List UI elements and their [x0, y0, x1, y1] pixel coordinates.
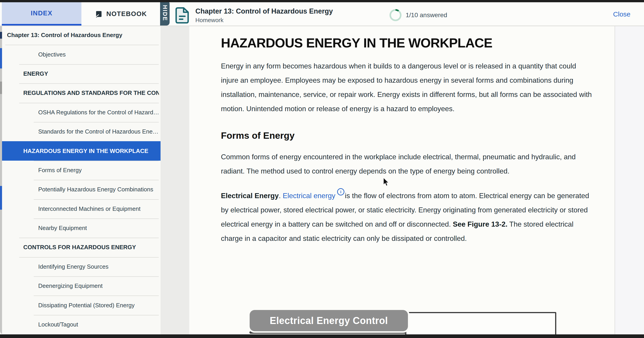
info-icon[interactable]: i [337, 188, 344, 195]
scroll-marker [0, 48, 2, 68]
sidebar-item-label: CONTROLS FOR HAZARDOUS ENERGY [23, 244, 136, 251]
sidebar-item[interactable]: Deenergizing Equipment [2, 276, 160, 296]
index-list: Chapter 13: Control of Hazardous EnergyO… [2, 25, 160, 334]
row-divider [34, 161, 159, 161]
sidebar-scrollbar[interactable] [0, 25, 2, 335]
scroll-marker [0, 81, 2, 94]
row-divider [34, 122, 159, 122]
sidebar-item[interactable]: Forms of Energy [2, 161, 160, 180]
scroll-marker [0, 32, 2, 39]
hide-panel-button[interactable]: HIDE [160, 1, 170, 25]
sidebar-item-label: Potentially Hazardous Energy Combination… [38, 186, 153, 193]
progress-ring [389, 8, 402, 22]
letterbox-top [0, 0, 644, 2]
sidebar-item-label: Chapter 13: Control of Hazardous Energy [7, 32, 122, 39]
header-bar: INDEX NOTEBOOK Chapter 13: Control of Ha… [0, 2, 644, 26]
progress-label: 1/10 answered [406, 11, 447, 19]
sidebar-item-label: Dissipating Potential (Stored) Energy [38, 302, 134, 309]
sidebar-item-label: Interconnected Machines or Equipment [38, 205, 140, 212]
chapter-title: Chapter 13: Control of Hazardous Energy [195, 7, 333, 15]
scroll-marker [0, 186, 2, 210]
row-divider [5, 45, 159, 45]
sidebar-item[interactable]: OSHA Regulations for the Control of Haza… [2, 103, 160, 122]
right-margin-column[interactable] [614, 25, 644, 335]
figure-box [405, 312, 556, 338]
sidebar-item-label: Forms of Energy [38, 167, 82, 174]
sidebar-item[interactable]: Potentially Hazardous Energy Combination… [2, 180, 160, 199]
row-divider [34, 199, 159, 200]
sidebar-item-selected[interactable]: HAZARDOUS ENERGY IN THE WORKPLACE [2, 141, 160, 160]
reading-pane[interactable]: HAZARDOUS ENERGY IN THE WORKPLACE Energy… [189, 25, 614, 335]
index-sidebar: Chapter 13: Control of Hazardous EnergyO… [0, 25, 160, 335]
row-divider [19, 83, 159, 84]
row-divider [34, 276, 159, 277]
document-icon [174, 7, 190, 25]
paragraph-forms: Common forms of energy encountered in th… [221, 150, 592, 178]
tab-index[interactable]: INDEX [2, 2, 82, 25]
tab-notebook[interactable]: NOTEBOOK [82, 2, 160, 25]
sidebar-item-label: Lockout/Tagout [38, 321, 78, 328]
sidebar-item-label: Objectives [38, 51, 66, 58]
sidebar-item-label: HAZARDOUS ENERGY IN THE WORKPLACE [23, 148, 148, 155]
sidebar-item[interactable]: REGULATIONS AND STANDARDS FOR THE CONT… [2, 83, 160, 103]
sidebar-item-label: Nearby Equipment [38, 225, 87, 232]
sidebar-item-label: OSHA Regulations for the Control of Haza… [38, 109, 159, 116]
row-divider [19, 64, 159, 65]
sidebar-item-label: Identifying Energy Sources [38, 263, 108, 270]
row-divider [19, 238, 159, 238]
subsection-heading: Forms of Energy [221, 130, 592, 141]
sidebar-item[interactable]: Interconnected Machines or Equipment [2, 199, 160, 219]
sidebar-item[interactable]: Lockout/Tagout [2, 315, 160, 334]
sidebar-item[interactable]: Standards for the Control of Hazardous E… [2, 122, 160, 141]
figure-banner-shadow [250, 331, 406, 334]
sidebar-item[interactable]: Nearby Equipment [2, 219, 160, 238]
separator-text: . [279, 192, 283, 200]
panel-gap [160, 25, 189, 335]
app-window: INDEX NOTEBOOK Chapter 13: Control of Ha… [0, 0, 644, 338]
sidebar-item[interactable]: ENERGY [2, 64, 160, 83]
sidebar-item[interactable]: CONTROLS FOR HAZARDOUS ENERGY [2, 238, 160, 257]
section-heading: HAZARDOUS ENERGY IN THE WORKPLACE [221, 36, 592, 49]
letterbox-bottom [0, 335, 644, 338]
paragraph-intro: Energy in any form becomes hazardous whe… [221, 59, 592, 116]
glossary-link[interactable]: Electrical energy [283, 192, 335, 200]
notebook-icon [94, 10, 103, 18]
row-divider [19, 103, 159, 103]
figure-banner-label: Electrical Energy Control [270, 315, 388, 327]
sidebar-item-label: Standards for the Control of Hazardous E… [38, 128, 158, 135]
chapter-subtitle: Homework [195, 17, 224, 24]
row-divider [19, 257, 159, 258]
sidebar-item[interactable]: Dissipating Potential (Stored) Energy [2, 296, 160, 315]
row-divider [34, 315, 159, 316]
see-figure-ref: See Figure 13-2. [453, 220, 508, 228]
progress-indicator: 1/10 answered [389, 8, 447, 22]
sidebar-item-label: Deenergizing Equipment [38, 283, 103, 290]
figure-banner: Electrical Energy Control [250, 310, 408, 331]
sidebar-item-label: ENERGY [23, 70, 48, 77]
row-divider [34, 219, 159, 219]
sidebar-item-label: REGULATIONS AND STANDARDS FOR THE CONT… [23, 89, 159, 96]
bold-lead: Electrical Energy [221, 192, 279, 200]
paragraph-electrical: Electrical Energy. Electrical energyiis … [221, 188, 592, 246]
sidebar-item[interactable]: Identifying Energy Sources [2, 257, 160, 276]
close-button[interactable]: Close [613, 10, 630, 18]
row-divider [34, 180, 159, 180]
sidebar-item[interactable]: Chapter 13: Control of Hazardous Energy [2, 25, 160, 45]
sidebar-item[interactable]: Objectives [2, 45, 160, 64]
row-divider [34, 296, 159, 296]
tab-notebook-label: NOTEBOOK [106, 10, 147, 18]
